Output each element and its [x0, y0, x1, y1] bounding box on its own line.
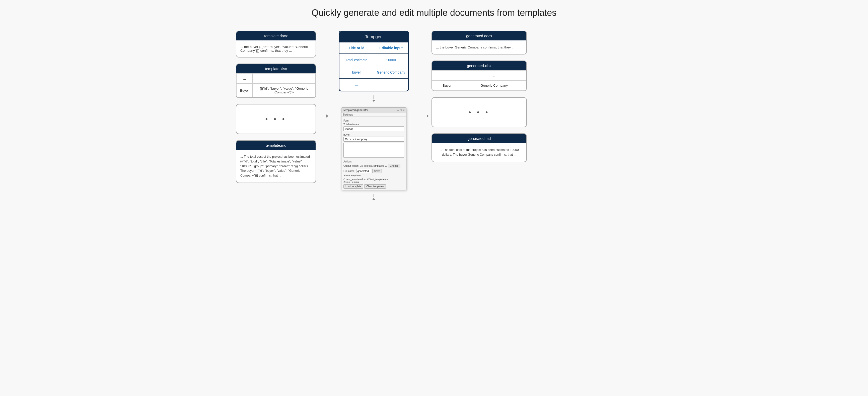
generated-md-header: generated.md [432, 134, 526, 143]
tempgen-header: Tempgen [339, 31, 408, 43]
template-xlsx-table: ... ... Buyer {{{"id": "buyer", "value":… [236, 73, 316, 97]
left-column: template.docx ... the buyer {{{"id": "bu… [236, 31, 316, 201]
generated-xlsx-header: generated.xlsx [432, 61, 526, 70]
generated-docx-body: ... the buyer Generic Company confirms, … [432, 40, 526, 54]
form-section-label: Form [343, 119, 404, 122]
active-templates-row: Active templates: C:\test_template.docx … [343, 174, 404, 189]
file-name-label: File name: [343, 170, 355, 172]
tempgen-col1-header: Title or id [339, 43, 374, 54]
right-column: generated.docx ... the buyer Generic Com… [432, 31, 527, 201]
output-folder-value: E:\Projects\Templated-G [360, 165, 387, 167]
app-menu[interactable]: Settings [341, 113, 406, 117]
field2-label: buyer: [343, 133, 404, 136]
clear-templates-button[interactable]: Clear templates [364, 184, 386, 189]
tempgen-table: Tempgen Title or id Editable input Total… [339, 31, 409, 91]
template-docx-header: template.docx [236, 31, 316, 40]
tempgen-row-3: ... ... [339, 79, 408, 91]
tempgen-cell-2-2[interactable]: Generic Company [374, 66, 408, 78]
tempgen-col2-header: Editable input [374, 43, 408, 54]
table-cell: ... [237, 74, 253, 84]
tempgen-cell-3-1: ... [339, 79, 374, 91]
left-dots-card: • • • [236, 104, 316, 134]
table-row: ... ... [432, 70, 526, 81]
right-dots-card: • • • [432, 97, 527, 127]
minimize-button[interactable]: — [397, 109, 399, 112]
tempgen-cell-1-2[interactable]: 10000 [374, 54, 408, 66]
tempgen-col-headers: Title or id Editable input [339, 43, 408, 54]
template-md-body: ... The total cost of the project has be… [236, 150, 316, 182]
template-md-card: template.md ... The total cost of the pr… [236, 140, 316, 183]
tempgen-cell-2-1[interactable]: buyer [339, 66, 374, 78]
app-title: Templated generator [343, 109, 368, 112]
app-titlebar: Templated generator — □ ✕ [341, 108, 406, 113]
page-title: Quickly generate and edit multiple docum… [312, 7, 556, 18]
table-cell: ... [432, 70, 462, 81]
table-row: Buyer {{{"id": "buyer", "value": "Generi… [237, 84, 316, 97]
tempgen-row-1: Total estimate 10000 [339, 54, 408, 66]
field1-input[interactable] [343, 126, 404, 131]
load-template-button[interactable]: Load template [343, 184, 363, 189]
active-templates-value: C:\test_template.docx C:\test_template.m… [343, 178, 404, 183]
app-window[interactable]: Templated generator — □ ✕ Settings Form … [341, 108, 406, 190]
center-column: Tempgen Title or id Editable input Total… [331, 31, 416, 201]
tempgen-row-2: buyer Generic Company [339, 66, 408, 79]
template-docx-body: ... the buyer {{{"id": "buyer", "value":… [236, 40, 316, 57]
app-window-controls: — □ ✕ [397, 109, 405, 112]
app-body: Form Total estimate: buyer: Actions Outp… [341, 117, 406, 190]
generated-xlsx-card: generated.xlsx ... ... Buyer Generic Com… [432, 60, 527, 91]
app-up-arrow [372, 194, 375, 201]
generated-docx-header: generated.docx [432, 31, 526, 40]
table-cell: Buyer [432, 81, 462, 91]
generated-md-card: generated.md ... The total cost of the p… [432, 133, 527, 162]
table-cell: Generic Company [462, 81, 526, 91]
output-folder-row: Output folder: E:\Projects\Templated-G C… [343, 164, 404, 173]
tempgen-wrapper: Tempgen Title or id Editable input Total… [339, 31, 409, 201]
template-docx-card: template.docx ... the buyer {{{"id": "bu… [236, 31, 316, 57]
active-templates-label: Active templates: [343, 174, 362, 177]
field2-input[interactable] [343, 137, 404, 142]
table-row: ... ... [237, 74, 316, 84]
template-md-header: template.md [236, 141, 316, 150]
generated-xlsx-table: ... ... Buyer Generic Company [432, 70, 526, 91]
close-button[interactable]: ✕ [403, 109, 405, 112]
tempgen-cell-3-2: ... [374, 79, 408, 91]
field1-label: Total estimate: [343, 123, 404, 126]
table-cell: Buyer [237, 84, 253, 97]
left-to-center-arrow [316, 31, 331, 201]
generated-docx-card: generated.docx ... the buyer Generic Com… [432, 31, 527, 55]
template-xlsx-card: template.xlsx ... ... Buyer {{{"id": "bu… [236, 63, 316, 98]
tempgen-to-app-arrow [372, 95, 375, 104]
file-name-input[interactable] [356, 169, 371, 173]
actions-label: Actions [343, 160, 404, 163]
maximize-button[interactable]: □ [400, 109, 402, 112]
output-folder-label: Output folder: [343, 165, 359, 167]
save-button[interactable]: Save [372, 169, 382, 173]
table-row: Buyer Generic Company [432, 81, 526, 91]
template-xlsx-header: template.xlsx [236, 64, 316, 73]
extra-textarea[interactable] [343, 143, 404, 158]
table-cell: {{{"id": "buyer", "value": "Generic Comp… [253, 84, 316, 97]
center-to-right-arrow [416, 31, 432, 201]
table-cell: ... [462, 70, 526, 81]
generated-md-body: ... The total cost of the project has be… [432, 143, 526, 162]
table-cell: ... [253, 74, 316, 84]
choose-button[interactable]: Choose [388, 164, 400, 168]
tempgen-cell-1-1[interactable]: Total estimate [339, 54, 374, 66]
